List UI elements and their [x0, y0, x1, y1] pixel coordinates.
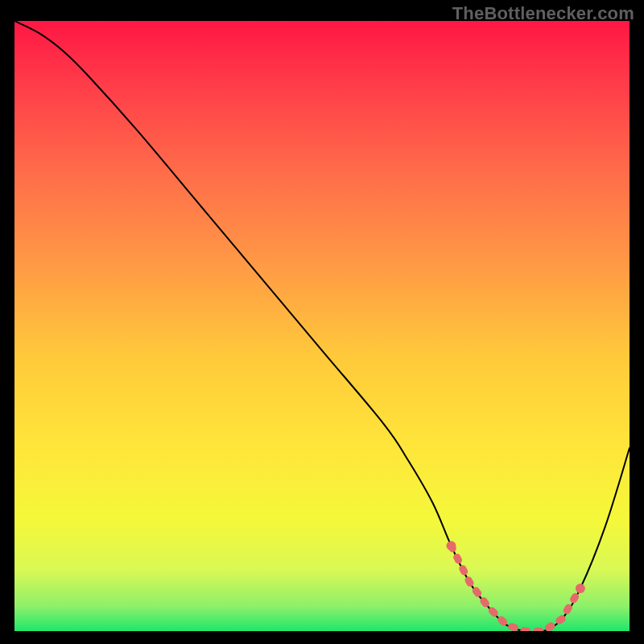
optimal-range-endpoint	[446, 541, 456, 551]
plot-area	[14, 21, 630, 631]
chart-svg	[14, 21, 630, 631]
optimal-range-endpoint	[576, 584, 585, 593]
chart-frame: TheBottlenecker.com	[0, 0, 644, 644]
gradient-background	[14, 21, 630, 631]
attribution-watermark: TheBottlenecker.com	[452, 3, 634, 24]
